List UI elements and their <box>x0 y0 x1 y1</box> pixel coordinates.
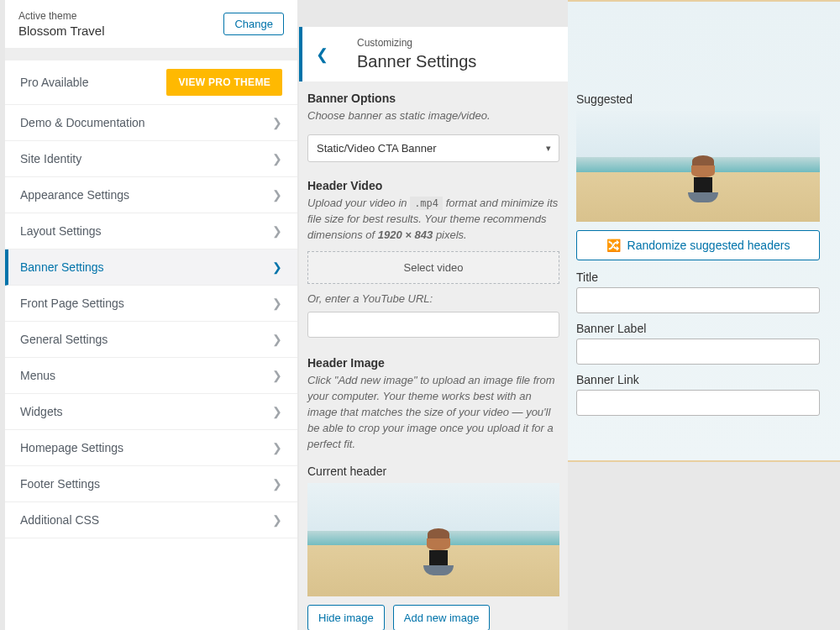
theme-header: Active theme Blossom Travel Change <box>5 0 297 49</box>
add-new-image-button[interactable]: Add new image <box>393 605 491 630</box>
banner-label-label: Banner Label <box>576 322 820 335</box>
chevron-right-icon: ❯ <box>272 260 282 274</box>
sidebar-item-banner-settings[interactable]: Banner Settings ❯ <box>5 249 297 286</box>
customizer-sidebar: Active theme Blossom Travel Change Pro A… <box>5 0 297 630</box>
chevron-left-icon: ❮ <box>316 45 328 64</box>
title-field-group: Title <box>576 270 820 313</box>
banner-options-title: Banner Options <box>307 92 559 105</box>
view-pro-theme-button[interactable]: VIEW PRO THEME <box>166 69 282 96</box>
breadcrumb: Customizing <box>357 37 553 49</box>
theme-name: Blossom Travel <box>18 24 105 38</box>
chevron-right-icon: ❯ <box>272 333 282 346</box>
header-video-desc-post: pixels. <box>433 228 466 241</box>
chevron-right-icon: ❯ <box>272 441 282 454</box>
customizer-panel: ❮ Customizing Banner Settings Banner Opt… <box>299 27 568 630</box>
banner-options-desc: Choose banner as static image/video. <box>307 108 559 124</box>
banner-link-input[interactable] <box>576 390 820 416</box>
panel-title: Banner Settings <box>357 52 553 71</box>
sidebar-item-menus[interactable]: Menus ❯ <box>5 358 297 394</box>
chevron-right-icon: ❯ <box>272 369 282 382</box>
chevron-right-icon: ❯ <box>272 477 282 491</box>
active-theme-label: Active theme <box>18 10 105 22</box>
sidebar-item-label: Layout Settings <box>20 224 102 238</box>
header-video-desc-pre: Upload your video in <box>307 197 410 209</box>
sidebar-item-general[interactable]: General Settings ❯ <box>5 322 297 358</box>
sidebar-item-label: Additional CSS <box>20 513 99 527</box>
select-video-dropzone[interactable]: Select video <box>307 251 559 284</box>
sidebar-item-additional-css[interactable]: Additional CSS ❯ <box>5 502 297 538</box>
chevron-right-icon: ❯ <box>272 405 282 418</box>
pro-available-row[interactable]: Pro Available VIEW PRO THEME <box>5 60 297 105</box>
header-video-title: Header Video <box>307 179 559 192</box>
banner-label-input[interactable] <box>576 339 820 365</box>
youtube-url-input[interactable] <box>307 312 559 338</box>
sidebar-item-label: Demo & Documentation <box>20 116 145 129</box>
current-header-label: Current header <box>307 465 559 478</box>
header-video-dims: 1920 × 843 <box>378 228 433 241</box>
sidebar-item-demo-docs[interactable]: Demo & Documentation ❯ <box>5 105 297 141</box>
chevron-right-icon: ❯ <box>272 152 282 165</box>
header-video-desc: Upload your video in .mp4 format and min… <box>307 196 559 244</box>
chevron-right-icon: ❯ <box>272 224 282 238</box>
right-panel: Suggested 🔀 Randomize suggested headers … <box>568 84 828 433</box>
sidebar-item-label: Appearance Settings <box>20 188 129 202</box>
sidebar-item-homepage[interactable]: Homepage Settings ❯ <box>5 430 297 466</box>
sidebar-item-label: Homepage Settings <box>20 441 123 454</box>
header-image-desc: Click "Add new image" to upload an image… <box>307 373 559 452</box>
title-input[interactable] <box>576 287 820 313</box>
sidebar-item-label: Front Page Settings <box>20 297 124 310</box>
banner-type-select[interactable]: Static/Video CTA Banner <box>307 134 559 162</box>
sidebar-item-layout[interactable]: Layout Settings ❯ <box>5 213 297 249</box>
youtube-or-label: Or, enter a YouTube URL: <box>307 292 559 305</box>
sidebar-item-label: Footer Settings <box>20 477 100 491</box>
header-image-buttons: Hide image Add new image <box>307 605 559 630</box>
separator <box>5 49 297 60</box>
panel-header: ❮ Customizing Banner Settings <box>299 27 568 81</box>
sidebar-item-label: General Settings <box>20 333 108 346</box>
sidebar-item-site-identity[interactable]: Site Identity ❯ <box>5 141 297 177</box>
randomize-label: Randomize suggested headers <box>627 239 790 252</box>
suggested-header-thumbnail[interactable] <box>576 111 820 222</box>
chevron-right-icon: ❯ <box>272 116 282 129</box>
sidebar-item-label: Widgets <box>20 405 63 418</box>
sidebar-item-label: Site Identity <box>20 152 81 165</box>
title-label: Title <box>576 270 820 284</box>
sidebar-item-label: Menus <box>20 369 55 382</box>
person-illustration <box>423 528 454 572</box>
sidebar-item-appearance[interactable]: Appearance Settings ❯ <box>5 177 297 213</box>
header-video-section: Header Video Upload your video in .mp4 f… <box>299 169 568 247</box>
back-button[interactable]: ❮ <box>302 27 341 81</box>
sidebar-item-label: Banner Settings <box>20 260 104 274</box>
banner-link-field-group: Banner Link <box>576 373 820 416</box>
sidebar-item-front-page[interactable]: Front Page Settings ❯ <box>5 286 297 322</box>
shuffle-icon: 🔀 <box>606 239 621 252</box>
banner-type-select-wrap: Static/Video CTA Banner ▾ <box>307 134 559 162</box>
current-header-thumbnail[interactable] <box>307 483 559 596</box>
person-illustration <box>688 155 718 199</box>
header-video-code: .mp4 <box>410 197 443 210</box>
banner-link-label: Banner Link <box>576 373 820 386</box>
chevron-right-icon: ❯ <box>272 188 282 202</box>
pro-available-label: Pro Available <box>20 76 88 89</box>
header-image-section: Header Image Click "Add new image" to up… <box>299 346 568 455</box>
header-image-title: Header Image <box>307 356 559 370</box>
sidebar-item-footer[interactable]: Footer Settings ❯ <box>5 466 297 502</box>
change-theme-button[interactable]: Change <box>223 13 284 35</box>
banner-label-field-group: Banner Label <box>576 322 820 365</box>
chevron-right-icon: ❯ <box>272 297 282 310</box>
panel-header-text: Customizing Banner Settings <box>342 27 568 81</box>
hide-image-button[interactable]: Hide image <box>307 605 385 630</box>
chevron-right-icon: ❯ <box>272 513 282 527</box>
randomize-headers-button[interactable]: 🔀 Randomize suggested headers <box>576 230 820 260</box>
banner-options-section: Banner Options Choose banner as static i… <box>299 81 568 128</box>
sidebar-item-widgets[interactable]: Widgets ❯ <box>5 394 297 430</box>
theme-header-text: Active theme Blossom Travel <box>18 10 105 38</box>
suggested-label: Suggested <box>576 92 820 106</box>
